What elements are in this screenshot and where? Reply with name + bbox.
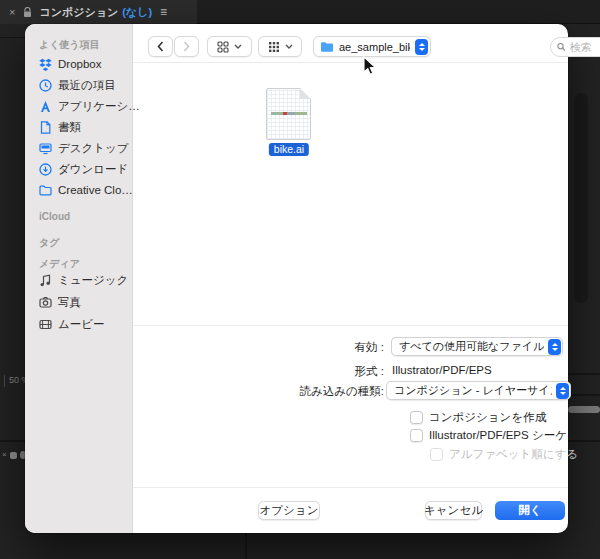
import-kind-value: コンポジション - レイヤーサイズを維持 xyxy=(394,383,552,398)
checkbox-sequence[interactable]: Illustrator/PDF/EPS シーケンス xyxy=(410,428,590,442)
desktop-icon xyxy=(39,142,52,155)
sidebar-item-recents[interactable]: 最近の項目 xyxy=(39,77,116,93)
panel-seam xyxy=(568,394,600,396)
sidebar-item-label: ダウンロード xyxy=(58,162,128,177)
toolbar-divider xyxy=(133,62,568,63)
panel-seam xyxy=(0,440,25,442)
panel-seam xyxy=(0,37,25,38)
sidebar-item-creative-cloud[interactable]: Creative Clo… xyxy=(39,182,133,198)
ae-top-bar: × コンポジション (なし) ≡ xyxy=(0,0,600,24)
current-folder-label: ae_sample_bike xyxy=(339,41,410,53)
view-mode-button[interactable] xyxy=(207,36,252,57)
sidebar-item-desktop[interactable]: デスクトップ xyxy=(39,140,129,156)
stepper-icon xyxy=(415,39,428,55)
checkbox-label: コンポジションを作成 xyxy=(429,410,546,425)
group-button[interactable] xyxy=(258,36,302,57)
import-kind-label: 読み込みの種類: xyxy=(133,384,384,399)
sidebar-item-label: デスクトップ xyxy=(58,141,129,156)
footer-divider xyxy=(133,487,568,488)
sidebar-item-label: Dropbox xyxy=(58,58,101,70)
options-button[interactable]: オプション xyxy=(258,501,320,520)
chevron-down-icon xyxy=(285,44,293,49)
forward-button[interactable] xyxy=(174,36,199,57)
open-button[interactable]: 開く xyxy=(495,501,565,520)
file-thumbnail xyxy=(266,88,311,140)
close-icon[interactable]: × xyxy=(9,0,15,24)
checkbox-label: アルファベット順にする xyxy=(449,447,578,462)
screen: × コンポジション (なし) ≡ 50 % × よく使う項目 D xyxy=(0,0,600,559)
sidebar-header-icloud: iCloud xyxy=(39,211,70,222)
enabled-label: 有効 : xyxy=(133,340,384,355)
cancel-button[interactable]: キャンセル xyxy=(425,501,482,520)
file-name-label: bike.ai xyxy=(269,143,309,156)
stepper-icon xyxy=(556,383,569,399)
composition-tab[interactable]: × コンポジション (なし) ≡ xyxy=(0,0,197,24)
sidebar-item-applications[interactable]: アプリケーシ… xyxy=(39,98,140,114)
applications-icon xyxy=(39,100,52,113)
stepper-icon xyxy=(548,339,561,355)
photos-icon xyxy=(39,296,52,309)
panel-title-suffix: (なし) xyxy=(122,5,152,20)
open-file-dialog: よく使う項目 Dropbox 最近の項目 アプリケーシ… xyxy=(25,24,568,533)
sidebar-item-downloads[interactable]: ダウンロード xyxy=(39,161,128,177)
sidebar-item-music[interactable]: ミュージック xyxy=(39,272,128,288)
zoom-level-readout[interactable]: 50 % xyxy=(4,375,25,387)
content-divider xyxy=(133,325,568,326)
downloads-icon xyxy=(39,163,52,176)
checkbox-icon xyxy=(430,448,443,461)
movies-icon xyxy=(39,318,52,331)
import-kind-dropdown[interactable]: コンポジション - レイヤーサイズを維持 xyxy=(386,381,571,400)
sidebar-item-label: 写真 xyxy=(58,295,81,310)
horizontal-scrollbar-thumb[interactable] xyxy=(568,406,600,413)
checkbox-label: Illustrator/PDF/EPS シーケンス xyxy=(429,428,590,443)
sidebar-item-label: Creative Clo… xyxy=(58,184,133,196)
format-label: 形式 : xyxy=(133,364,384,379)
checkbox-icon xyxy=(410,429,423,442)
chevron-right-icon xyxy=(183,41,190,52)
location-dropdown[interactable]: ae_sample_bike xyxy=(313,36,431,57)
group-grid-icon xyxy=(268,41,280,53)
panel-divider xyxy=(245,533,247,559)
sidebar-header-media: メディア xyxy=(39,257,80,271)
sidebar-header-favorites: よく使う項目 xyxy=(39,38,100,52)
checkbox-alphabetical-order: アルファベット順にする xyxy=(430,447,578,461)
search-field[interactable] xyxy=(550,37,600,57)
back-button[interactable] xyxy=(148,36,173,57)
panel-seam xyxy=(568,373,600,375)
enabled-dropdown[interactable]: すべての使用可能なファイル xyxy=(391,337,563,356)
folder-icon xyxy=(39,184,52,197)
sidebar-item-documents[interactable]: 書類 xyxy=(39,119,81,135)
sidebar-item-label: 書類 xyxy=(58,120,81,135)
thumbnail-artwork xyxy=(271,112,307,115)
documents-icon xyxy=(39,121,52,134)
panel-title: コンポジション xyxy=(39,5,118,20)
sidebar-header-tags: タグ xyxy=(39,236,59,250)
chevron-left-icon xyxy=(157,41,164,52)
checkbox-create-composition[interactable]: コンポジションを作成 xyxy=(410,410,546,424)
checkbox-icon xyxy=(410,411,423,424)
grid-view-icon xyxy=(217,41,229,53)
dropbox-icon xyxy=(39,58,52,71)
enabled-value: すべての使用可能なファイル xyxy=(399,339,544,354)
format-value: Illustrator/PDF/EPS xyxy=(392,364,492,376)
sidebar-item-label: ミュージック xyxy=(58,273,128,288)
file-item-bike[interactable]: bike.ai xyxy=(263,88,315,148)
close-small-icon: × xyxy=(2,450,7,460)
panel-menu-icon[interactable]: ≡ xyxy=(160,5,167,19)
music-icon xyxy=(39,274,52,287)
sidebar-item-label: アプリケーシ… xyxy=(58,99,140,114)
folder-icon xyxy=(320,41,334,53)
recents-icon xyxy=(39,79,52,92)
vertical-scrollbar-track[interactable] xyxy=(574,93,588,303)
lock-icon[interactable] xyxy=(23,7,32,18)
sidebar-item-dropbox[interactable]: Dropbox xyxy=(39,56,101,72)
timeline-toggle-icons[interactable]: × xyxy=(2,450,26,460)
sidebar-item-photos[interactable]: 写真 xyxy=(39,294,81,310)
sidebar-item-movies[interactable]: ムービー xyxy=(39,316,105,332)
sidebar-item-label: ムービー xyxy=(58,317,105,332)
page-fold-cut xyxy=(300,88,311,99)
search-input[interactable] xyxy=(570,41,600,53)
dialog-main: ae_sample_bike bike.ai 有効 : xyxy=(133,24,568,533)
toggle-icon xyxy=(10,452,17,459)
sidebar-item-label: 最近の項目 xyxy=(58,78,116,93)
